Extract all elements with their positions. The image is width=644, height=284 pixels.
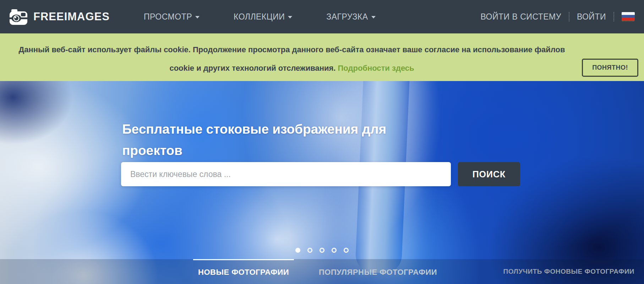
carousel-dot[interactable]	[332, 248, 337, 253]
menu-item-collections-label: КОЛЛЕКЦИИ	[234, 12, 285, 22]
menu-item-upload-label: ЗАГРУЗКА	[326, 12, 368, 22]
page: FREEIMAGES ПРОСМОТР КОЛЛЕКЦИИ ЗАГРУЗКА В…	[0, 0, 644, 284]
cookie-message: Данный веб-сайт использует файлы cookie.…	[0, 33, 644, 77]
search-button[interactable]: ПОИСК	[458, 162, 520, 186]
auth-area: ВОЙТИ В СИСТЕМУ ВОЙТИ	[481, 12, 635, 22]
search-input[interactable]	[121, 162, 451, 186]
caret-down-icon	[288, 16, 292, 18]
cookie-accept-button[interactable]: ПОНЯТНО!	[582, 59, 638, 77]
caret-down-icon	[371, 16, 376, 18]
photo-tabbar: НОВЫЕ ФОТОГРАФИИ ПОПУЛЯРНЫЕ ФОТОГРАФИИ П…	[0, 259, 644, 284]
search-bar: ПОИСК	[121, 162, 520, 186]
carousel-dots	[0, 248, 644, 253]
cookie-message-text: Данный веб-сайт использует файлы cookie.…	[18, 45, 565, 73]
tab-popular-photos[interactable]: ПОПУЛЯРНЫЕ ФОТОГРАФИИ	[314, 259, 442, 284]
cookie-details-link[interactable]: Подробности здесь	[338, 64, 414, 73]
carousel-dot[interactable]	[307, 248, 312, 253]
main-menu: ПРОСМОТР КОЛЛЕКЦИИ ЗАГРУЗКА	[144, 12, 376, 22]
hero-title: Бесплатные стоковые изображения для прое…	[122, 119, 442, 161]
tab-new-photos[interactable]: НОВЫЕ ФОТОГРАФИИ	[193, 259, 294, 284]
menu-item-browse-label: ПРОСМОТР	[144, 12, 192, 22]
caret-down-icon	[195, 16, 200, 18]
russian-flag-icon[interactable]	[622, 12, 635, 21]
camera-logo-icon	[9, 8, 28, 25]
cookie-banner: Данный веб-сайт использует файлы cookie.…	[0, 33, 644, 81]
menu-item-browse[interactable]: ПРОСМОТР	[144, 12, 200, 22]
sign-in-link[interactable]: ВОЙТИ В СИСТЕМУ	[481, 12, 561, 22]
divider	[569, 12, 569, 21]
carousel-dot[interactable]	[320, 248, 324, 253]
get-background-photos-link[interactable]: ПОЛУЧИТЬ ФОНОВЫЕ ФОТОГРАФИИ	[503, 259, 634, 284]
divider	[613, 12, 614, 21]
carousel-dot[interactable]	[295, 248, 300, 253]
menu-item-collections[interactable]: КОЛЛЕКЦИИ	[234, 12, 292, 22]
brand-logo[interactable]: FREEIMAGES	[9, 8, 110, 25]
login-link[interactable]: ВОЙТИ	[577, 12, 606, 22]
tab-new-photos-label: НОВЫЕ ФОТОГРАФИИ	[198, 268, 289, 277]
menu-item-upload[interactable]: ЗАГРУЗКА	[326, 12, 375, 22]
tab-popular-photos-label: ПОПУЛЯРНЫЕ ФОТОГРАФИИ	[319, 268, 437, 277]
hero-section: Бесплатные стоковые изображения для прое…	[0, 81, 644, 284]
top-navbar: FREEIMAGES ПРОСМОТР КОЛЛЕКЦИИ ЗАГРУЗКА В…	[0, 0, 644, 33]
carousel-dot[interactable]	[344, 248, 349, 253]
brand-name: FREEIMAGES	[33, 10, 110, 23]
